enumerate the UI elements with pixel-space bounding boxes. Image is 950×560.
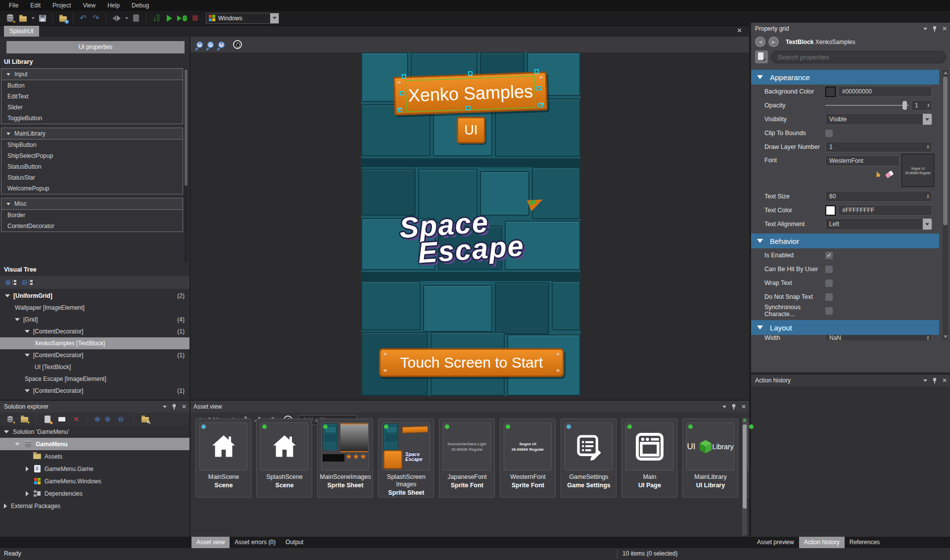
font-field[interactable]: WesternFont xyxy=(825,155,900,166)
library-group-header[interactable]: Input xyxy=(1,69,183,80)
pin-icon[interactable] xyxy=(732,404,736,410)
import-icon[interactable]: ↻ xyxy=(58,13,68,23)
property-grid-scrollbar[interactable] xyxy=(943,70,948,340)
text-color-field[interactable]: #FFFFFFFF xyxy=(838,205,932,216)
save-icon[interactable] xyxy=(38,13,48,23)
tab-asset-errors-0-[interactable]: Asset errors (0) xyxy=(230,537,281,548)
clip-to-bounds-checkbox[interactable] xyxy=(825,130,833,137)
build-icon[interactable]: ↓011001 xyxy=(151,13,161,23)
expander-icon[interactable] xyxy=(25,330,30,333)
platform-dropdown-icon[interactable] xyxy=(270,13,279,23)
library-item-contentdecorator[interactable]: ContentDecorator xyxy=(1,221,183,232)
panel-menu-icon[interactable] xyxy=(923,379,927,382)
expander-icon[interactable] xyxy=(25,354,30,357)
zoom-fit-icon[interactable]: = xyxy=(196,42,203,48)
asset-tile[interactable]: SpaceEscapeSplashScreen ImagesSprite She… xyxy=(378,419,434,498)
library-item-shipselectpopup[interactable]: ShipSelectPopup xyxy=(1,150,183,161)
property-search-mode-icon[interactable] xyxy=(755,50,768,63)
visual-tree-row[interactable]: UI [TextBlock] xyxy=(0,361,190,373)
chevron-down-icon[interactable] xyxy=(923,114,932,125)
ui-properties-button[interactable]: UI properties xyxy=(6,41,185,53)
ui-plate[interactable]: UI xyxy=(457,117,485,143)
document-close-icon[interactable]: ✕ xyxy=(737,27,742,34)
undo-icon[interactable]: ↶ xyxy=(78,13,88,23)
menu-debug[interactable]: Debug xyxy=(126,0,155,11)
asset-tile[interactable]: GameSettingsGame Settings xyxy=(561,419,617,498)
expander-icon[interactable] xyxy=(15,318,20,321)
nav-forward-icon[interactable]: ▶ xyxy=(768,37,779,47)
library-group-header[interactable]: Misc xyxy=(1,198,183,210)
library-item-welcomepopup[interactable]: WelcomePopup xyxy=(1,183,183,194)
expand-files-icon[interactable]: ⊕ xyxy=(105,415,114,423)
close-icon[interactable]: ✕ xyxy=(741,404,746,410)
synchronous-checkbox[interactable] xyxy=(825,307,833,315)
asset-tile[interactable]: MainSceneScene xyxy=(195,419,251,498)
expander-icon[interactable] xyxy=(4,504,7,509)
platform-select[interactable]: Windows xyxy=(206,13,279,24)
eraser-icon[interactable] xyxy=(885,170,894,178)
explore-folder-icon[interactable]: 🔍︎ xyxy=(140,414,150,424)
tab-output[interactable]: Output xyxy=(281,537,308,548)
color-swatch[interactable] xyxy=(825,87,836,97)
canvas-viewport[interactable]: Xenko Samples UI Space Escape xyxy=(190,52,749,400)
library-item-slider[interactable]: Slider xyxy=(1,102,183,113)
text-size-field[interactable]: 60 xyxy=(825,191,932,202)
library-item-border[interactable]: Border xyxy=(1,210,183,221)
pick-hand-icon[interactable]: ☛ xyxy=(874,171,883,177)
solution-row[interactable]: Dependencies xyxy=(0,487,190,500)
visual-tree-row[interactable]: [Grid](4) xyxy=(0,314,190,326)
properties-icon[interactable] xyxy=(57,414,67,424)
xenko-logo-icon[interactable] xyxy=(111,13,121,23)
close-icon[interactable]: ✕ xyxy=(182,404,187,410)
library-item-button[interactable]: Button xyxy=(1,80,183,91)
pin-icon[interactable] xyxy=(172,404,176,410)
tab-asset-view[interactable]: Asset view xyxy=(191,537,230,548)
visual-tree-row[interactable]: Wallpaper [ImageElement] xyxy=(0,302,190,314)
asset-doc-icon[interactable] xyxy=(131,13,141,23)
can-be-hit-checkbox[interactable] xyxy=(825,266,833,273)
tab-asset-preview[interactable]: Asset preview xyxy=(752,537,799,548)
open-icon[interactable] xyxy=(18,13,28,23)
new-project-icon[interactable]: ✦ xyxy=(5,13,15,23)
solution-row[interactable]: GameMenu.Windows xyxy=(0,475,190,487)
library-item-togglebutton[interactable]: ToggleButton xyxy=(1,113,183,124)
run-icon[interactable] xyxy=(164,13,174,23)
library-group-header[interactable]: MainLibrary xyxy=(1,128,183,140)
open-dropdown-icon[interactable] xyxy=(32,17,35,19)
menu-help[interactable]: Help xyxy=(101,0,126,11)
opacity-slider[interactable] xyxy=(825,100,909,111)
visual-tree-row[interactable]: XenkoSamples [TextBlock] xyxy=(0,337,190,349)
solution-row[interactable]: GameMenu xyxy=(0,438,190,450)
asset-grid-scrollbar[interactable] xyxy=(742,418,747,535)
redo-icon[interactable]: ↷ xyxy=(91,13,101,23)
tab-references[interactable]: References xyxy=(845,537,885,548)
library-item-statusbutton[interactable]: StatusButton xyxy=(1,161,183,172)
menu-view[interactable]: View xyxy=(77,0,101,11)
tab-action-history[interactable]: Action history xyxy=(799,537,845,548)
menu-edit[interactable]: Edit xyxy=(24,0,47,11)
menu-project[interactable]: Project xyxy=(47,0,77,11)
panel-menu-icon[interactable] xyxy=(722,406,726,408)
wrap-text-checkbox[interactable] xyxy=(825,280,833,287)
panel-menu-icon[interactable] xyxy=(163,406,167,408)
library-item-statusstar[interactable]: StatusStar xyxy=(1,172,183,183)
asset-tile[interactable]: Segoe UI26.66666 RegularWesternFontSprit… xyxy=(500,419,556,498)
library-item-shipbutton[interactable]: ShipButton xyxy=(1,140,183,150)
expand-all-icon[interactable]: ⊕ xyxy=(5,278,16,287)
pin-icon[interactable] xyxy=(933,378,937,383)
do-not-snap-checkbox[interactable] xyxy=(825,293,833,301)
tab-splashui[interactable]: SplashUI xyxy=(4,26,39,37)
panel-menu-icon[interactable] xyxy=(923,28,927,30)
text-alignment-dropdown[interactable]: Left xyxy=(825,218,932,230)
debug-icon[interactable] xyxy=(177,13,187,23)
expander-icon[interactable] xyxy=(4,430,9,433)
menu-file[interactable]: File xyxy=(3,0,24,11)
library-item-edittext[interactable]: EditText xyxy=(1,91,183,102)
expand-tree-icon[interactable]: ⊕ xyxy=(95,415,100,423)
rename-icon[interactable]: ☛ xyxy=(43,414,52,424)
visual-tree-row[interactable]: [ContentDecorator](1) xyxy=(0,385,190,397)
opacity-value[interactable]: 1 xyxy=(911,100,932,111)
width-field[interactable]: NaN xyxy=(825,335,932,340)
zoom-in-icon[interactable]: + xyxy=(218,42,225,48)
expander-icon[interactable] xyxy=(25,389,30,392)
